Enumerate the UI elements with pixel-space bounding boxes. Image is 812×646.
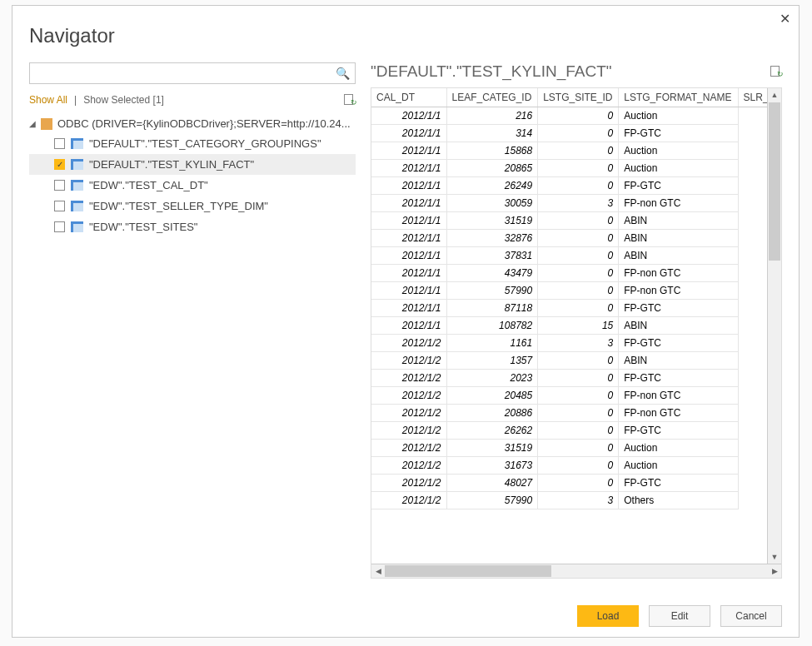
column-header[interactable]: CAL_DT (371, 88, 446, 107)
dialog-title: Navigator (12, 6, 799, 62)
tree-item[interactable]: "EDW"."TEST_CAL_DT" (29, 175, 356, 196)
scroll-up-icon: ▲ (768, 88, 781, 102)
tree-root[interactable]: ◢ ODBC (DRIVER={KylinODBCDriver};SERVER=… (29, 114, 356, 133)
tree-item[interactable]: ✓"DEFAULT"."TEST_KYLIN_FACT" (29, 154, 356, 175)
tree-item[interactable]: "EDW"."TEST_SELLER_TYPE_DIM" (29, 196, 356, 216)
source-tree: ◢ ODBC (DRIVER={KylinODBCDriver};SERVER=… (29, 114, 356, 237)
table-icon (71, 180, 83, 191)
preview-header: "DEFAULT"."TEST_KYLIN_FACT" (371, 62, 782, 87)
edit-button[interactable]: Edit (649, 605, 710, 627)
checkbox[interactable]: ✓ (54, 159, 65, 170)
refresh-icon[interactable] (344, 92, 356, 107)
table-row[interactable]: 2012/1/1300593FP-non GTC (371, 195, 781, 212)
show-selected-link[interactable]: Show Selected [1] (83, 94, 164, 106)
checkbox[interactable] (54, 221, 65, 232)
table-row[interactable]: 2012/1/220230FP-GTC (371, 370, 781, 387)
hscroll-thumb[interactable] (385, 565, 551, 577)
table-row[interactable]: 2012/1/1315190ABIN (371, 212, 781, 230)
tree-item[interactable]: "EDW"."TEST_SITES" (29, 216, 356, 237)
dialog-body: 🔍 Show All | Show Selected [1] ◢ ODBC (D… (12, 62, 799, 579)
table-row[interactable]: 2012/1/13140FP-GTC (371, 125, 781, 142)
preview-title: "DEFAULT"."TEST_KYLIN_FACT" (371, 62, 770, 81)
table-row[interactable]: 2012/1/2208860FP-non GTC (371, 405, 781, 422)
right-panel: "DEFAULT"."TEST_KYLIN_FACT" CAL_DTLEAF_C… (371, 62, 782, 579)
table-row[interactable]: 2012/1/1158680Auction (371, 142, 781, 160)
table-row[interactable]: 2012/1/2579903Others (371, 492, 781, 509)
scroll-down-icon: ▼ (768, 550, 781, 564)
data-table: CAL_DTLEAF_CATEG_IDLSTG_SITE_IDLSTG_FORM… (371, 88, 781, 509)
tree-root-label: ODBC (DRIVER={KylinODBCDriver};SERVER=ht… (57, 117, 351, 130)
horizontal-scrollbar[interactable]: ◀ ▶ (371, 564, 781, 578)
checkbox[interactable] (54, 180, 65, 191)
search-input-wrapper: 🔍 (29, 62, 356, 84)
tree-item-label: "EDW"."TEST_CAL_DT" (89, 179, 208, 191)
table-row[interactable]: 2012/1/12160Auction (371, 107, 781, 125)
dialog-footer: Load Edit Cancel (577, 605, 782, 627)
column-header[interactable]: LSTG_SITE_ID (538, 88, 619, 107)
search-icon[interactable]: 🔍 (336, 67, 350, 80)
checkbox[interactable] (54, 138, 65, 149)
navigator-dialog: ✕ Navigator 🔍 Show All | Show Selected [… (12, 5, 800, 638)
tree-item[interactable]: "DEFAULT"."TEST_CATEGORY_GROUPINGS" (29, 133, 356, 154)
table-row[interactable]: 2012/1/2316730Auction (371, 457, 781, 475)
caret-down-icon[interactable]: ◢ (29, 119, 36, 128)
table-icon (71, 221, 83, 232)
filter-bar: Show All | Show Selected [1] (29, 84, 356, 114)
column-header[interactable]: LEAF_CATEG_ID (446, 88, 538, 107)
scroll-thumb[interactable] (769, 102, 780, 261)
vertical-scrollbar[interactable]: ▲ ▼ (767, 88, 781, 564)
table-icon (71, 159, 83, 170)
refresh-preview-icon[interactable] (770, 64, 782, 80)
table-row[interactable]: 2012/1/1262490FP-GTC (371, 177, 781, 195)
table-row[interactable]: 2012/1/211613FP-GTC (371, 335, 781, 352)
tree-item-label: "EDW"."TEST_SITES" (89, 221, 197, 233)
cancel-button[interactable]: Cancel (720, 605, 782, 627)
left-panel: 🔍 Show All | Show Selected [1] ◢ ODBC (D… (29, 62, 371, 579)
search-input[interactable] (30, 67, 355, 79)
table-row[interactable]: 2012/1/2262620FP-GTC (371, 422, 781, 440)
table-icon (71, 138, 83, 149)
table-row[interactable]: 2012/1/2315190Auction (371, 440, 781, 457)
table-row[interactable]: 2012/1/1328760ABIN (371, 230, 781, 247)
table-row[interactable]: 2012/1/1871180FP-GTC (371, 300, 781, 317)
checkbox[interactable] (54, 201, 65, 211)
tree-item-label: "DEFAULT"."TEST_KYLIN_FACT" (89, 158, 254, 171)
table-row[interactable]: 2012/1/1378310ABIN (371, 247, 781, 265)
scroll-right-icon: ▶ (768, 564, 781, 578)
column-header[interactable]: LSTG_FORMAT_NAME (619, 88, 738, 107)
table-row[interactable]: 2012/1/110878215ABIN (371, 317, 781, 335)
preview-grid: CAL_DTLEAF_CATEG_IDLSTG_SITE_IDLSTG_FORM… (371, 87, 782, 579)
scroll-left-icon: ◀ (371, 564, 385, 578)
tree-item-label: "EDW"."TEST_SELLER_TYPE_DIM" (89, 200, 268, 212)
table-row[interactable]: 2012/1/2480270FP-GTC (371, 475, 781, 492)
tree-item-label: "DEFAULT"."TEST_CATEGORY_GROUPINGS" (89, 137, 321, 150)
close-icon[interactable]: ✕ (780, 11, 790, 27)
table-icon (71, 201, 83, 211)
table-row[interactable]: 2012/1/1208650Auction (371, 160, 781, 177)
show-all-link[interactable]: Show All (29, 94, 67, 106)
database-icon (41, 118, 52, 130)
table-row[interactable]: 2012/1/213570ABIN (371, 352, 781, 370)
table-row[interactable]: 2012/1/2204850FP-non GTC (371, 387, 781, 405)
table-row[interactable]: 2012/1/1579900FP-non GTC (371, 282, 781, 300)
table-row[interactable]: 2012/1/1434790FP-non GTC (371, 265, 781, 282)
load-button[interactable]: Load (577, 605, 639, 627)
